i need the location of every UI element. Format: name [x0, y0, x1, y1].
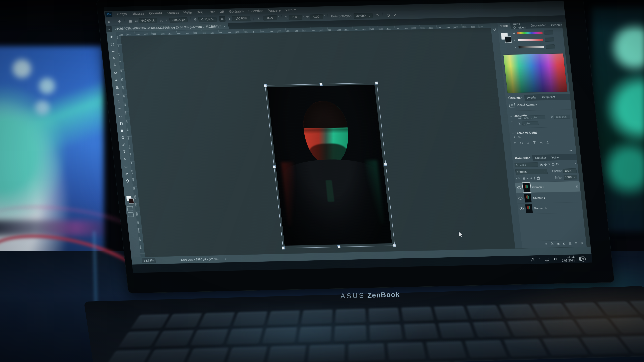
close-tab-icon[interactable]: × — [223, 24, 226, 28]
visibility-eye-icon[interactable] — [520, 207, 524, 210]
interpolation-dropdown[interactable]: Bikübik ⌄ — [353, 13, 373, 18]
h-skew-input[interactable]: 0,00 — [289, 15, 302, 20]
panel-tab[interactable]: Renk Örnekleri — [510, 23, 528, 29]
clone-stamp-tool-icon[interactable]: ⊥ — [115, 98, 122, 105]
zoom-level-input[interactable]: 33,33% — [142, 258, 156, 263]
opacity-dropdown[interactable]: 100% ⌄ — [563, 168, 577, 173]
panel-tab[interactable]: Desenler — [548, 22, 566, 28]
pen-tool-icon[interactable]: ✐ — [120, 141, 127, 148]
align-bottom-icon[interactable]: ⊥ — [546, 140, 550, 144]
panel-tab[interactable]: Kanallar — [532, 155, 549, 161]
transform-handle[interactable] — [264, 84, 267, 87]
gradient-tool-icon[interactable]: ◧ — [118, 119, 125, 127]
panel-tab[interactable]: Ayarlar — [524, 94, 540, 101]
transform-handle[interactable] — [320, 83, 323, 86]
color-slider[interactable] — [518, 45, 544, 48]
layer-group-icon[interactable]: ▤ — [568, 242, 572, 245]
filter-shape-layers-icon[interactable]: ▢ — [552, 162, 554, 166]
slider-value-input[interactable] — [545, 37, 554, 41]
new-layer-icon[interactable]: ⊞ — [574, 241, 577, 245]
filter-smart-objects-icon[interactable]: ⊡ — [556, 162, 559, 166]
speaker-muted-icon[interactable]: ✕ — [553, 258, 557, 260]
zoom-tool-icon[interactable]: Ǫ — [124, 177, 131, 185]
layer-style-icon[interactable]: fx — [550, 242, 554, 245]
healing-brush-tool-icon[interactable]: ⊞ — [114, 84, 121, 91]
link-dimensions-icon[interactable]: ∞ — [511, 119, 518, 123]
chevron-down-icon[interactable]: ⌄ — [510, 115, 512, 117]
taskbar-clock[interactable]: 16:15 9.05.2021 — [561, 255, 575, 263]
menu-item[interactable]: Düzenle — [129, 11, 147, 16]
transform-field-input[interactable]: 1896 piks — [554, 115, 570, 119]
width-scale-input[interactable]: -100,00% — [198, 16, 217, 22]
filter-pixel-layers-icon[interactable]: ▣ — [540, 163, 543, 166]
transform-handle[interactable] — [338, 245, 340, 248]
menu-item[interactable]: Eklentiler — [246, 9, 266, 13]
history-panel-icon[interactable]: ↺ — [491, 26, 498, 33]
commit-transform-icon[interactable]: ✓ — [393, 12, 397, 17]
x-position-input[interactable]: 640,00 pk — [139, 18, 157, 23]
filter-type-layers-icon[interactable]: T — [548, 163, 550, 166]
align-left-icon[interactable]: ⊏ — [514, 141, 517, 145]
visibility-eye-icon[interactable] — [517, 186, 522, 189]
frame-tool-icon[interactable]: ⊠ — [112, 69, 120, 77]
window-maximize-icon[interactable]: ▢ — [549, 0, 552, 0]
window-minimize-icon[interactable]: — — [541, 0, 544, 0]
warp-mode-icon[interactable]: ◠ — [376, 13, 379, 17]
transform-handle[interactable] — [384, 163, 387, 166]
lock-transparency-icon[interactable]: ▦ — [522, 177, 525, 180]
y-position-input[interactable]: 948,00 pk — [169, 17, 188, 22]
transform-handle[interactable] — [375, 82, 378, 84]
menu-item[interactable]: Pencere — [265, 8, 283, 13]
menu-item[interactable]: Seç — [194, 10, 206, 14]
eyedropper-tool-icon[interactable]: ✒ — [113, 76, 120, 84]
chevron-down-icon[interactable]: ⌄ — [512, 132, 514, 135]
lasso-tool-icon[interactable]: ∽ — [110, 48, 117, 55]
link-dimensions-icon[interactable]: ∞ — [219, 16, 226, 22]
people-icon[interactable] — [531, 258, 534, 261]
menu-item[interactable]: Metin — [181, 10, 194, 15]
layer-thumbnail[interactable] — [524, 194, 532, 203]
menu-item[interactable]: 3B — [217, 9, 227, 14]
eraser-tool-icon[interactable]: ▱ — [117, 112, 124, 120]
home-icon[interactable]: ⌂ — [108, 19, 110, 24]
menu-item[interactable]: Görünüm — [226, 9, 246, 14]
rotation-input[interactable]: 0,00 — [263, 15, 277, 20]
quick-selection-tool-icon[interactable]: ✎ — [110, 55, 118, 62]
color-slider[interactable] — [517, 31, 542, 34]
path-select-tool-icon[interactable]: ↖ — [122, 156, 129, 163]
color-spectrum-picker[interactable] — [503, 53, 568, 93]
hand-tool-icon[interactable]: ʍ — [123, 170, 130, 177]
background-color-swatch[interactable] — [128, 198, 134, 204]
transform-handle[interactable] — [282, 247, 285, 249]
transform-field-input[interactable]: 0 piks — [529, 115, 546, 119]
rectangle-tool-icon[interactable]: ▭ — [122, 163, 130, 170]
quick-mask-button[interactable] — [127, 206, 133, 211]
filter-toggle-icon[interactable]: ● — [574, 162, 576, 165]
filter-adjustment-layers-icon[interactable]: ◐ — [544, 163, 547, 166]
menu-item[interactable]: Katman — [164, 11, 181, 15]
panel-tab[interactable]: Kitaplıklar — [539, 94, 558, 100]
network-display-icon[interactable] — [545, 258, 549, 261]
align-right-icon[interactable]: ⊐ — [526, 141, 530, 145]
layer-row[interactable]: Katman 1 — [516, 192, 582, 204]
color-slider[interactable] — [518, 38, 544, 41]
status-chevron-icon[interactable]: > — [225, 257, 227, 261]
link-layers-icon[interactable]: ∞ — [545, 242, 548, 245]
lock-position-icon[interactable]: ✚ — [530, 177, 532, 180]
more-options-icon[interactable]: ⋯ — [568, 148, 572, 152]
panel-tab[interactable]: Yollar — [548, 154, 562, 161]
brush-tool-icon[interactable]: ✏ — [114, 91, 122, 98]
transform-bounding-box[interactable] — [265, 83, 395, 248]
v-skew-input[interactable]: 0,00 — [310, 14, 323, 19]
panel-tab[interactable]: Renk — [498, 23, 511, 29]
reference-point-icon[interactable]: ▦ — [128, 19, 132, 23]
visibility-eye-icon[interactable] — [518, 197, 522, 200]
screen-mode-button[interactable] — [128, 212, 134, 217]
photoshop-logo[interactable]: Ps — [105, 12, 112, 17]
edit-toolbar-icon[interactable]: ⋯ — [124, 184, 132, 192]
slider-value-input[interactable] — [546, 44, 555, 49]
height-scale-input[interactable]: 100,00% — [232, 16, 250, 21]
menu-item[interactable]: Görüntü — [146, 11, 164, 15]
align-top-icon[interactable]: ⊤ — [533, 141, 536, 145]
background-color-swatch[interactable] — [505, 36, 512, 43]
